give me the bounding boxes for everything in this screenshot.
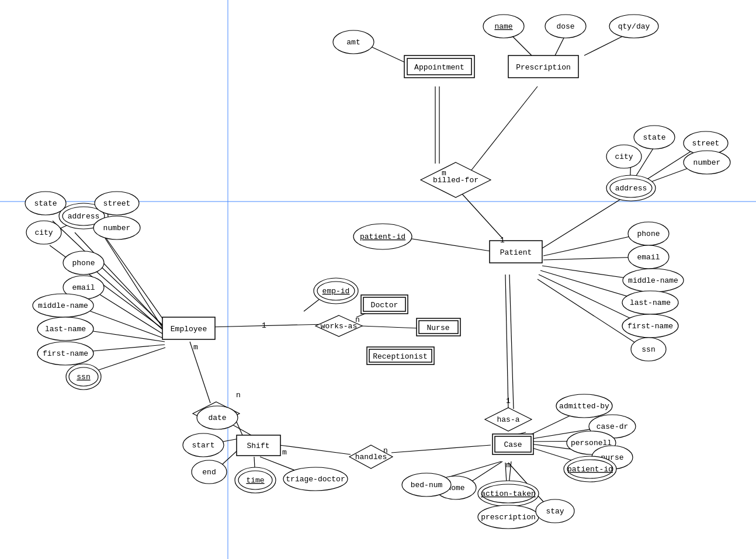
ellipse-patient-firstname-label: first-name [627,322,673,331]
ellipse-case-stay-label: stay [546,507,564,516]
diamond-billedfor-label: billed-for [433,176,478,185]
er-diagram-canvas: Appointment Prescription Patient Employe… [0,0,756,559]
ellipse-case-actiontaken-label: action-taken [481,489,536,498]
ellipse-shift-date-label: date [208,414,226,422]
ellipse-case-casedr-label: case-dr [597,422,629,431]
diamond-handles-label: handles [355,453,387,461]
ellipse-emp-ssn-label: ssn [77,373,90,381]
ellipse-patient-number-label: number [693,158,721,167]
line-emp-phone [86,263,167,333]
entity-case-label: Case [504,440,522,449]
entity-nurse-label: Nurse [426,324,449,332]
ellipse-patient-lastname-label: last-name [630,298,671,307]
entity-prescription-label: Prescription [516,63,571,72]
ellipse-emp-phone-label: phone [72,259,95,268]
ellipse-emp-street-label: street [103,199,131,208]
line-billedfor-patient [456,187,502,238]
ellipse-patient-email-label: email [637,253,660,262]
ellipse-patient-ssn-label: ssn [641,345,655,354]
ellipse-emp-lastname-label: last-name [45,325,86,334]
cardinality-n-worksas: n [355,315,360,324]
line-emp-number [105,238,166,333]
line-worksas-nurse [361,326,419,328]
ellipse-emp-city-label: city [34,228,53,237]
ellipse-case-patientid-label: patient-id [567,465,613,474]
er-diagram-svg: Appointment Prescription Patient Employe… [0,0,756,559]
ellipse-empid-label: emp-id [322,287,350,296]
cardinality-m-emp-hasa: m [193,343,198,352]
ellipse-patient-street-label: street [692,139,720,148]
cardinality-n-handles-case: n [383,446,388,455]
cardinality-1-emp-worksas: 1 [262,321,266,330]
entity-employee-label: Employee [171,325,207,334]
cardinality-m-billedfor: m [442,169,446,178]
line-handles-case [391,445,491,453]
ellipse-name-label: name [494,22,512,31]
line-shift-handles [279,445,351,454]
ellipse-patient-address-label: address [615,184,647,193]
cardinality-n-hasa-shift: n [236,391,241,400]
ellipse-emp-address-label: address [68,212,100,221]
ellipse-emp-firstname-label: first-name [43,349,88,358]
entity-shift-label: Shift [247,442,269,450]
entity-receptionist-label: Receptionist [373,352,428,361]
ellipse-patient-middlename-label: middle-name [628,276,678,285]
ellipse-case-prescription-label: prescription [481,513,536,522]
ellipse-shift-start-label: start [192,441,214,450]
entity-patient-label: Patient [500,248,532,257]
cardinality-1-billedfor-patient: 1 [500,236,505,245]
entity-doctor-label: Doctor [371,301,398,310]
ellipse-emp-middlename-label: middle-name [38,301,88,310]
cardinality-m-shift-handles: m [282,448,287,457]
line-prescription-billedfor [467,86,537,175]
cardinality-1-patient-hasa: 1 [506,397,511,405]
ellipse-patient-phone-label: phone [637,230,660,238]
ellipse-emp-email-label: email [72,283,95,292]
ellipse-patientid-label: patient-id [360,232,405,241]
ellipse-dose-label: dose [556,22,574,31]
ellipse-shift-end-label: end [202,468,216,477]
line-patient-hasa2 [509,275,514,409]
ellipse-case-admittedby-label: admitted-by [559,402,609,411]
ellipse-shift-triagedoctor-label: triage-doctor [286,475,345,484]
line-patient-ssn [537,279,643,348]
ellipse-patient-state-label: state [643,133,665,142]
ellipse-patient-city-label: city [615,152,633,161]
line-patient-hasa [505,275,508,409]
ellipse-shift-time-label: time [246,476,264,485]
diamond-hasa-patientcase-label: has-a [497,415,519,424]
line-patient-phone [543,234,643,256]
cardinality-m-hasa-case: m [506,461,511,470]
ellipse-amt-label: amt [346,38,360,47]
entity-appointment-label: Appointment [414,63,464,72]
ellipse-case-bednum-label: bed-num [411,481,443,489]
ellipse-emp-number-label: number [103,224,131,232]
ellipse-emp-state-label: state [34,199,57,208]
line-emp-worksas [207,324,327,327]
ellipse-qtyday-label: qty/day [618,22,650,31]
diamond-worksas-label: works-as [321,322,357,331]
